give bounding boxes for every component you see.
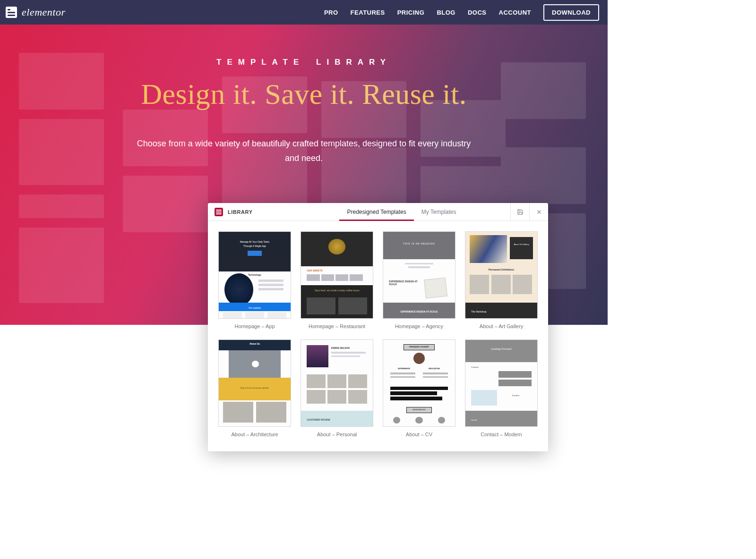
nav-links: PRO FEATURES PRICING BLOG DOCS ACCOUNT D…: [324, 4, 599, 21]
close-button[interactable]: [529, 203, 548, 220]
nav-link-account[interactable]: ACCOUNT: [499, 9, 532, 16]
template-card[interactable]: About The Gallery Permanent Exhibitions …: [465, 231, 538, 329]
template-thumbnail: About Us Stay in touch and receive updat…: [218, 339, 291, 427]
template-card[interactable]: Manage All Your Daily Tasks Through A Si…: [218, 231, 291, 329]
brand-name: elementor: [22, 6, 65, 18]
template-card[interactable]: OUR SWEETS Tasty food, set inside a love…: [301, 231, 373, 329]
top-nav: elementor PRO FEATURES PRICING BLOG DOCS…: [0, 0, 608, 25]
template-card[interactable]: Looking Forward Contact London Social Co…: [465, 339, 538, 437]
template-label: Homepage – App: [234, 323, 275, 329]
brand-logo-icon: [6, 7, 17, 18]
nav-link-blog[interactable]: BLOG: [437, 9, 455, 16]
template-label: About – Art Gallery: [480, 323, 523, 329]
template-card[interactable]: FERNANDO SCHMIDT EXPERIENCE EDUCATION RE…: [383, 339, 455, 437]
nav-link-pricing[interactable]: PRICING: [397, 9, 425, 16]
save-button[interactable]: [510, 203, 529, 220]
template-thumbnail: FERNANDO SCHMIDT EXPERIENCE EDUCATION RE…: [383, 339, 455, 427]
panel-tabs: Predesigned Templates My Templates: [293, 203, 510, 220]
template-thumbnail: Manage All Your Daily Tasks Through A Si…: [218, 231, 291, 319]
template-label: Contact – Modern: [481, 432, 522, 437]
save-icon: [517, 209, 524, 215]
template-label: Homepage – Restaurant: [309, 323, 365, 329]
template-label: Homepage – Agency: [395, 323, 443, 329]
tab-my-templates[interactable]: My Templates: [414, 203, 464, 220]
template-label: About – Personal: [317, 432, 357, 437]
panel-body: Manage All Your Daily Tasks Through A Si…: [208, 221, 548, 449]
template-thumbnail: About The Gallery Permanent Exhibitions …: [465, 231, 538, 319]
panel-header: LIBRARY Predesigned Templates My Templat…: [208, 203, 548, 221]
panel-logo-icon: [215, 208, 223, 216]
template-label: About – CV: [406, 432, 432, 437]
template-card[interactable]: DEBRA WILSON CUSTOMER REVIEW About – Per…: [301, 339, 373, 437]
close-icon: [536, 209, 542, 215]
panel-title: LIBRARY: [228, 209, 253, 215]
library-panel: LIBRARY Predesigned Templates My Templat…: [208, 203, 548, 449]
brand[interactable]: elementor: [6, 6, 65, 18]
nav-link-pro[interactable]: PRO: [324, 9, 338, 16]
template-thumbnail: OUR SWEETS Tasty food, set inside a love…: [301, 231, 373, 319]
nav-link-docs[interactable]: DOCS: [468, 9, 487, 16]
template-card[interactable]: About Us Stay in touch and receive updat…: [218, 339, 291, 437]
template-thumbnail: DEBRA WILSON CUSTOMER REVIEW: [301, 339, 373, 427]
template-thumbnail: THIS IS AN HEADING EXPERIENCE DESIGN AT …: [383, 231, 455, 319]
download-button[interactable]: DOWNLOAD: [543, 4, 599, 21]
tab-predesigned-templates[interactable]: Predesigned Templates: [339, 203, 413, 220]
template-grid: Manage All Your Daily Tasks Through A Si…: [218, 231, 538, 437]
template-label: About – Architecture: [231, 432, 278, 437]
template-card[interactable]: THIS IS AN HEADING EXPERIENCE DESIGN AT …: [383, 231, 455, 329]
nav-link-features[interactable]: FEATURES: [351, 9, 385, 16]
template-thumbnail: Looking Forward Contact London Social: [465, 339, 538, 427]
